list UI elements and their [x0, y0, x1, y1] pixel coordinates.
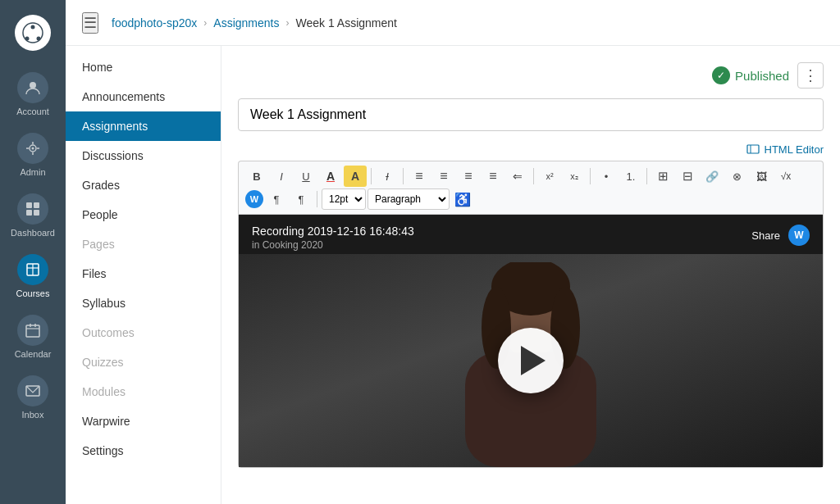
svg-point-1: [31, 25, 35, 30]
breadcrumb-section[interactable]: Assignments: [213, 16, 279, 30]
toolbar-sep-2: [403, 168, 404, 184]
course-nav: Home Announcements Assignments Discussio…: [66, 46, 221, 504]
share-link[interactable]: Share: [751, 229, 780, 242]
dashboard-icon: [17, 193, 48, 225]
bold-button[interactable]: B: [245, 166, 268, 187]
more-options-button[interactable]: ⋮: [797, 62, 824, 89]
nav-item-grades[interactable]: Grades: [66, 170, 221, 200]
toolbar-sep-4: [590, 168, 591, 184]
svg-point-2: [25, 37, 30, 41]
table-button[interactable]: ⊞: [651, 166, 674, 187]
toolbar-sep-1: [371, 168, 372, 184]
play-triangle-icon: [521, 346, 546, 375]
nav-item-modules[interactable]: Modules: [66, 377, 221, 406]
image-button[interactable]: 🖼: [750, 166, 773, 187]
sidebar-item-inbox[interactable]: Inbox: [0, 367, 66, 428]
insert-row-button[interactable]: ⊟: [676, 166, 699, 187]
hamburger-button[interactable]: ☰: [82, 12, 98, 34]
editor-area: ✓ Published ⋮ HTML Editor B: [221, 46, 840, 504]
published-label: Published: [735, 69, 789, 83]
admin-label: Admin: [20, 167, 45, 177]
nav-item-assignments[interactable]: Assignments: [66, 111, 221, 141]
nav-item-warpwire[interactable]: Warpwire: [66, 406, 221, 436]
nav-item-syllabus[interactable]: Syllabus: [66, 288, 221, 318]
published-badge: ✓ Published: [712, 66, 789, 84]
video-header: Recording 2019-12-16 16:48:43 in Cooking…: [239, 215, 823, 254]
sidebar-item-courses[interactable]: Courses: [0, 246, 66, 306]
superscript-button[interactable]: x²: [538, 166, 561, 187]
breadcrumb-sep-2: ›: [285, 17, 289, 29]
strikethrough-button[interactable]: I: [376, 166, 399, 187]
breadcrumb: foodphoto-sp20x › Assignments › Week 1 A…: [112, 16, 397, 30]
toolbar-sep-3: [533, 168, 534, 184]
unlink-button[interactable]: ⊗: [725, 166, 748, 187]
nav-item-home[interactable]: Home: [66, 52, 221, 82]
align-right-button[interactable]: ≡: [457, 166, 480, 187]
nav-item-files[interactable]: Files: [66, 259, 221, 288]
nav-item-outcomes[interactable]: Outcomes: [66, 318, 221, 347]
calendar-icon: [17, 315, 48, 346]
para-mark2-button[interactable]: ¶: [290, 188, 313, 210]
toolbar-sep-5: [646, 168, 647, 184]
nav-item-quizzes[interactable]: Quizzes: [66, 347, 221, 377]
assignment-title-input[interactable]: [238, 98, 824, 131]
font-color-button[interactable]: A: [319, 166, 342, 187]
highlight-button[interactable]: A: [344, 166, 367, 187]
w-badge-button[interactable]: W: [245, 190, 263, 208]
breadcrumb-sep-1: ›: [203, 17, 207, 29]
rte-content: Recording 2019-12-16 16:48:43 in Cooking…: [238, 214, 824, 468]
sidebar-item-calendar[interactable]: Calendar: [0, 306, 66, 367]
nav-item-settings[interactable]: Settings: [66, 436, 221, 465]
video-card: Recording 2019-12-16 16:48:43 in Cooking…: [239, 215, 823, 467]
accessibility-button[interactable]: ♿: [451, 188, 474, 210]
html-editor-link[interactable]: HTML Editor: [746, 143, 824, 156]
calendar-label: Calendar: [15, 349, 52, 359]
video-title: Recording 2019-12-16 16:48:43: [252, 225, 414, 238]
sidebar-item-account[interactable]: Account: [0, 64, 66, 125]
italic-button[interactable]: I: [270, 166, 293, 187]
align-center-button[interactable]: ≡: [432, 166, 455, 187]
equation-button[interactable]: √x: [774, 166, 797, 187]
svg-point-4: [30, 82, 36, 89]
paragraph-mark-button[interactable]: ¶: [265, 188, 288, 210]
courses-icon: [17, 254, 48, 285]
subscript-button[interactable]: x₂: [563, 166, 586, 187]
logo-button[interactable]: [15, 15, 51, 51]
sidebar-item-admin[interactable]: Admin: [0, 125, 66, 185]
justify-button[interactable]: ≡: [482, 166, 504, 187]
svg-rect-18: [26, 325, 39, 337]
link-button[interactable]: 🔗: [701, 166, 724, 187]
html-editor-icon: [746, 143, 760, 156]
nav-item-announcements[interactable]: Announcements: [66, 82, 221, 111]
breadcrumb-course[interactable]: foodphoto-sp20x: [112, 16, 197, 30]
underline-button[interactable]: U: [294, 166, 317, 187]
inbox-label: Inbox: [22, 410, 44, 420]
sidebar-icons: Account Admin Dashboard: [0, 0, 66, 504]
svg-rect-14: [34, 210, 39, 216]
status-bar: ✓ Published ⋮: [238, 62, 824, 89]
numbered-list-button[interactable]: 1.: [619, 166, 642, 187]
play-button[interactable]: [498, 328, 564, 393]
font-size-select[interactable]: 12pt14pt16pt18pt: [322, 188, 366, 210]
nav-item-pages[interactable]: Pages: [66, 229, 221, 259]
svg-point-3: [37, 37, 41, 41]
video-info: Recording 2019-12-16 16:48:43 in Cooking…: [252, 225, 414, 251]
account-icon: [17, 72, 48, 103]
breadcrumb-bar: ☰ foodphoto-sp20x › Assignments › Week 1…: [66, 0, 840, 46]
bullet-list-button[interactable]: •: [595, 166, 618, 187]
nav-item-discussions[interactable]: Discussions: [66, 141, 221, 170]
outdent-button[interactable]: ⇐: [506, 166, 529, 187]
rte-toolbar: B I U A A I ≡ ≡ ≡ ≡ ⇐ x² x₂ • 1. ⊞: [238, 161, 824, 214]
align-left-button[interactable]: ≡: [408, 166, 431, 187]
paragraph-select[interactable]: ParagraphHeading 1Heading 2Preformatted: [368, 188, 450, 210]
html-editor-bar: HTML Editor: [238, 143, 824, 156]
nav-item-people[interactable]: People: [66, 200, 221, 229]
main-area: ☰ foodphoto-sp20x › Assignments › Week 1…: [66, 0, 840, 504]
html-editor-label: HTML Editor: [765, 143, 824, 156]
svg-rect-11: [26, 202, 32, 208]
admin-icon: [17, 133, 48, 164]
courses-label: Courses: [16, 288, 50, 298]
toolbar-sep-6: [317, 191, 317, 207]
sidebar-item-dashboard[interactable]: Dashboard: [0, 185, 66, 246]
video-w-badge: W: [788, 225, 810, 246]
